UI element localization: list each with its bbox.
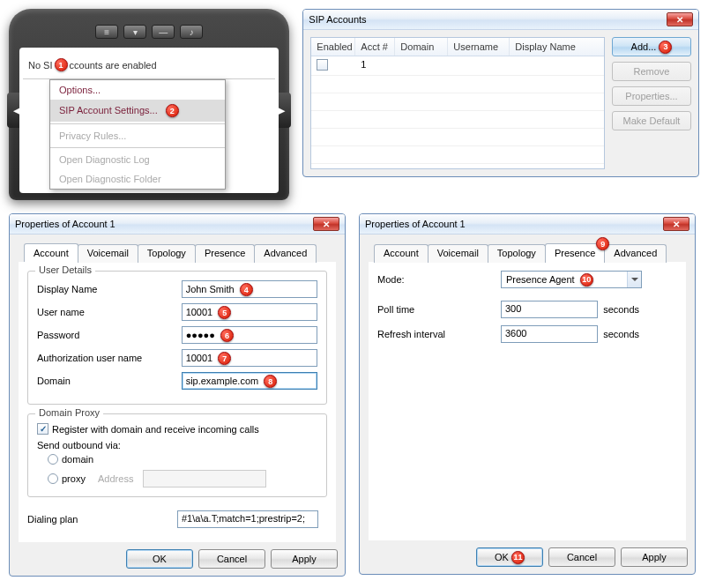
callout-marker-3: 3 bbox=[659, 41, 672, 54]
callout-marker-10: 10 bbox=[580, 273, 593, 287]
sip-accounts-title: SIP Accounts bbox=[309, 14, 366, 25]
softphone-device: ◀ ▶ ≡ ▾ — ♪ No SI 1 ccounts are enabled … bbox=[9, 9, 289, 200]
ok-button[interactable]: OK bbox=[126, 549, 193, 569]
device-top-volume-icon[interactable]: ♪ bbox=[180, 25, 203, 39]
table-row[interactable]: 1 bbox=[311, 56, 604, 76]
accounts-table: Enabled Acct # Domain Username Display N… bbox=[310, 37, 605, 169]
domain-proxy-fieldset: Domain Proxy Register with domain and re… bbox=[27, 413, 327, 497]
col-enabled[interactable]: Enabled bbox=[311, 38, 355, 56]
callout-marker-11: 11 bbox=[511, 551, 525, 564]
label-send-via: Send outbound via: bbox=[37, 440, 317, 450]
label-dialing-plan: Dialing plan bbox=[27, 514, 177, 525]
domain-field[interactable]: sip.example.com 8 bbox=[182, 372, 317, 390]
row-enabled-checkbox[interactable] bbox=[317, 59, 328, 71]
device-top-down-icon[interactable]: ▾ bbox=[123, 25, 146, 39]
user-name-field[interactable]: 10001 5 bbox=[182, 303, 317, 321]
close-button[interactable]: ✕ bbox=[663, 217, 689, 231]
tab-voicemail[interactable]: Voicemail bbox=[78, 244, 138, 263]
register-checkbox[interactable]: Register with domain and receive incomin… bbox=[37, 423, 259, 435]
device-top-dash-icon[interactable]: — bbox=[152, 25, 175, 39]
tab-presence[interactable]: Presence 9 bbox=[545, 243, 605, 262]
display-name-field[interactable]: John Smith 4 bbox=[182, 280, 317, 298]
user-details-fieldset: User Details Display Name John Smith 4 U… bbox=[27, 271, 327, 405]
password-field[interactable]: ●●●●● 6 bbox=[182, 326, 317, 344]
make-default-button[interactable]: Make Default bbox=[612, 111, 691, 130]
proxy-address-field bbox=[143, 470, 266, 488]
refresh-interval-field[interactable]: 3600 bbox=[501, 325, 598, 343]
radio-icon bbox=[48, 473, 58, 484]
callout-marker-7: 7 bbox=[218, 352, 231, 365]
close-button[interactable]: ✕ bbox=[667, 12, 693, 26]
cancel-button[interactable]: Cancel bbox=[548, 547, 615, 567]
tab-account[interactable]: Account bbox=[374, 244, 429, 263]
label-mode: Mode: bbox=[377, 274, 501, 285]
callout-marker-8: 8 bbox=[264, 375, 277, 388]
radio-domain[interactable]: domain bbox=[48, 454, 93, 465]
cancel-button[interactable]: Cancel bbox=[198, 549, 265, 569]
dialing-plan-field[interactable]: #1\a\a.T;match=1;prestrip=2; bbox=[177, 510, 318, 528]
col-domain[interactable]: Domain bbox=[395, 38, 448, 56]
properties-account-dialog: Properties of Account 1 ✕ Account Voicem… bbox=[9, 213, 346, 577]
label-refresh: Refresh interval bbox=[377, 329, 501, 339]
callout-marker-4: 4 bbox=[240, 283, 253, 296]
tab-advanced[interactable]: Advanced bbox=[604, 244, 667, 263]
radio-proxy[interactable]: proxy Address bbox=[48, 470, 266, 488]
tabstrip: Account Voicemail Topology Presence 9 Ad… bbox=[369, 243, 686, 263]
label-domain: Domain bbox=[37, 376, 182, 386]
properties-button[interactable]: Properties... bbox=[612, 86, 691, 106]
tab-advanced[interactable]: Advanced bbox=[254, 244, 317, 263]
radio-icon bbox=[48, 454, 58, 465]
poll-time-field[interactable]: 300 bbox=[501, 301, 598, 318]
close-button[interactable]: ✕ bbox=[313, 217, 339, 231]
apply-button[interactable]: Apply bbox=[271, 549, 338, 569]
col-acct[interactable]: Acct # bbox=[355, 38, 395, 56]
apply-button[interactable]: Apply bbox=[621, 547, 688, 567]
ok-button[interactable]: OK 11 bbox=[476, 547, 543, 567]
menu-item-options[interactable]: Options... bbox=[50, 80, 225, 100]
label-display-name: Display Name bbox=[37, 284, 182, 294]
properties-presence-dialog: Properties of Account 1 ✕ Account Voicem… bbox=[359, 213, 696, 575]
label-seconds: seconds bbox=[603, 329, 639, 339]
device-top-menu-icon[interactable]: ≡ bbox=[95, 25, 118, 39]
chevron-down-icon bbox=[627, 272, 641, 287]
tabstrip: Account Voicemail Topology Presence Adva… bbox=[19, 243, 336, 263]
tab-presence[interactable]: Presence bbox=[195, 244, 255, 263]
tab-topology[interactable]: Topology bbox=[488, 244, 546, 263]
tab-voicemail[interactable]: Voicemail bbox=[428, 244, 488, 263]
label-password: Password bbox=[37, 330, 182, 340]
add-button[interactable]: Add... 3 bbox=[612, 37, 691, 56]
callout-marker-6: 6 bbox=[220, 329, 234, 342]
dialog-title: Properties of Account 1 bbox=[15, 219, 116, 229]
col-username[interactable]: Username bbox=[448, 38, 510, 56]
checkbox-icon bbox=[37, 423, 48, 435]
mode-select[interactable]: Presence Agent 10 bbox=[501, 271, 642, 288]
device-status-bar: No SI 1 ccounts are enabled bbox=[23, 51, 275, 79]
callout-marker-2: 2 bbox=[166, 104, 179, 117]
menu-item-sip-settings[interactable]: SIP Account Settings... 2 bbox=[50, 100, 225, 122]
label-seconds: seconds bbox=[603, 304, 639, 315]
sip-accounts-dialog: SIP Accounts ✕ Enabled Acct # Domain Use… bbox=[302, 9, 699, 177]
menu-item-privacy[interactable]: Privacy Rules... bbox=[50, 126, 225, 145]
dialog-title: Properties of Account 1 bbox=[365, 219, 466, 229]
callout-marker-5: 5 bbox=[218, 306, 231, 319]
label-user-name: User name bbox=[37, 307, 182, 317]
tab-account[interactable]: Account bbox=[24, 243, 78, 262]
remove-button[interactable]: Remove bbox=[612, 62, 691, 81]
device-context-menu: Options... SIP Account Settings... 2 Pri… bbox=[49, 79, 226, 190]
callout-marker-1: 1 bbox=[55, 58, 68, 71]
tab-topology[interactable]: Topology bbox=[138, 244, 196, 263]
col-display[interactable]: Display Name bbox=[510, 38, 604, 56]
label-poll-time: Poll time bbox=[377, 304, 501, 315]
label-auth-user: Authorization user name bbox=[37, 353, 182, 363]
menu-item-diag-folder[interactable]: Open Diagnostic Folder bbox=[50, 169, 225, 189]
menu-item-diag-log[interactable]: Open Diagnostic Log bbox=[50, 150, 225, 169]
auth-user-field[interactable]: 10001 7 bbox=[182, 349, 317, 367]
